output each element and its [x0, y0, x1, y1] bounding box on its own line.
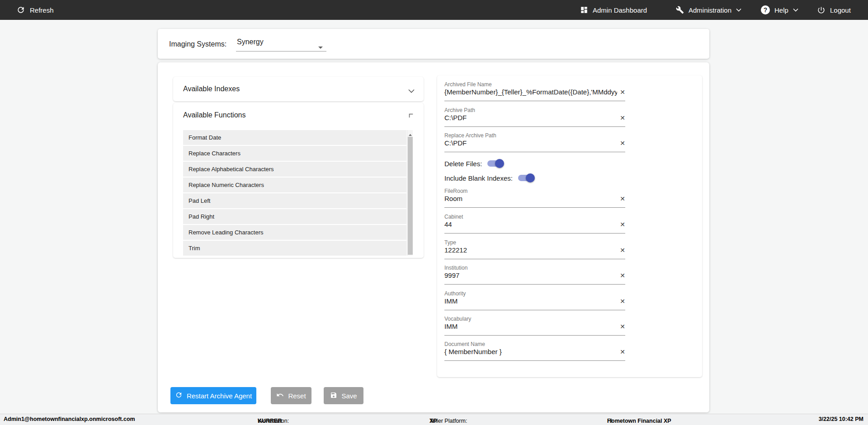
imaging-systems-card: Imaging Systems: Synergy	[158, 29, 709, 59]
help-icon: ?	[761, 5, 770, 14]
delete-files-label: Delete Files:	[444, 160, 482, 168]
field-label: FileRoom	[444, 187, 625, 194]
reset-label: Reset	[288, 392, 306, 400]
status-timestamp: 3/22/25 10:42 PM	[819, 416, 863, 422]
restart-archive-agent-label: Restart Archive Agent	[187, 392, 252, 400]
document-name-input[interactable]: { MemberNumber }	[444, 348, 617, 355]
clear-icon[interactable]: ✕	[617, 323, 625, 330]
refresh-label: Refresh	[30, 6, 54, 14]
power-icon	[817, 6, 826, 14]
field-label: Institution	[444, 264, 625, 271]
function-item[interactable]: Format Date	[183, 130, 406, 145]
fi-value: Hometown Financial XP	[607, 418, 671, 424]
functions-scrollbar[interactable]	[407, 130, 413, 256]
refresh-icon	[175, 391, 183, 400]
refresh-button[interactable]: Refresh	[16, 0, 54, 20]
imaging-system-select[interactable]: Synergy	[236, 35, 326, 51]
function-item[interactable]: Remove Leading Characters	[183, 225, 406, 240]
field-institution: Institution 9997 ✕	[444, 264, 625, 285]
vocabulary-input[interactable]: IMM	[444, 322, 617, 330]
function-item[interactable]: Replace Characters	[183, 146, 406, 161]
field-authority: Authority IMM ✕	[444, 290, 625, 310]
administration-menu[interactable]: Administration	[676, 0, 741, 20]
field-vocabulary: Vocabulary IMM ✕	[444, 315, 625, 336]
institution-input[interactable]: 9997	[444, 271, 617, 279]
corner-resize-icon[interactable]	[408, 112, 414, 120]
available-functions-header: Available Functions	[183, 111, 245, 119]
save-label: Save	[341, 392, 357, 400]
field-archive-path: Archive Path C:\PDF ✕	[444, 106, 625, 127]
top-navigation-bar: Refresh Admin Dashboard Administration ?…	[0, 0, 868, 20]
admin-dashboard-label: Admin Dashboard	[593, 6, 647, 14]
function-item[interactable]: Pad Left	[183, 193, 406, 208]
save-button[interactable]: Save	[324, 387, 363, 404]
replace-archive-path-input[interactable]: C:\PDF	[444, 139, 617, 147]
status-user: Admin1@hometownfinancialxp.onmicrosoft.c…	[4, 416, 135, 422]
archive-path-input[interactable]: C:\PDF	[444, 114, 617, 121]
available-indexes-panel[interactable]: Available Indexes	[173, 77, 424, 101]
teller-platform-value: XP	[429, 418, 437, 424]
include-blank-indexes-label: Include Blank Indexes:	[444, 174, 513, 182]
clear-icon[interactable]: ✕	[617, 247, 625, 254]
field-label: Type	[444, 238, 625, 246]
toggle-knob	[495, 159, 504, 168]
app-window: Refresh Admin Dashboard Administration ?…	[0, 0, 868, 425]
function-item[interactable]: Trim	[183, 241, 406, 256]
help-label: Help	[774, 6, 788, 14]
chevron-down-icon	[793, 8, 798, 12]
clear-icon[interactable]: ✕	[617, 221, 625, 228]
delete-files-toggle[interactable]	[487, 160, 503, 167]
help-menu[interactable]: ? Help	[761, 0, 798, 20]
status-bar: Admin1@hometownfinancialxp.onmicrosoft.c…	[0, 414, 868, 425]
field-archived-file-name: Archived File Name {MemberNumber}_{Telle…	[444, 80, 625, 101]
field-label: Vocabulary	[444, 315, 625, 322]
clear-icon[interactable]: ✕	[617, 114, 625, 121]
field-label: Cabinet	[444, 213, 625, 220]
field-label: Document Name	[444, 340, 625, 347]
chevron-down-icon	[736, 8, 741, 12]
authority-input[interactable]: IMM	[444, 297, 617, 305]
clear-icon[interactable]: ✕	[617, 348, 625, 355]
restart-archive-agent-button[interactable]: Restart Archive Agent	[170, 387, 256, 404]
admin-dashboard-button[interactable]: Admin Dashboard	[580, 0, 647, 20]
field-label: Archived File Name	[444, 80, 625, 88]
archived-file-name-input[interactable]: {MemberNumber}_{Teller}_%FormatDate({Dat…	[444, 88, 617, 96]
type-input[interactable]: 122212	[444, 246, 617, 254]
clear-icon[interactable]: ✕	[617, 195, 625, 202]
scrollbar-thumb[interactable]	[408, 137, 413, 255]
include-blank-indexes-toggle[interactable]	[518, 175, 533, 181]
logout-button[interactable]: Logout	[817, 0, 851, 20]
save-icon	[330, 392, 337, 400]
function-item[interactable]: Replace Alphabetical Characters	[183, 162, 406, 177]
function-item[interactable]: Pad Right	[183, 209, 406, 224]
function-item[interactable]: Replace Numeric Characters	[183, 177, 406, 192]
chevron-down-icon	[408, 87, 415, 95]
main-content-card: Available Indexes Available Functions Fo…	[158, 62, 709, 412]
fileroom-input[interactable]: Room	[444, 195, 617, 202]
field-type: Type 122212 ✕	[444, 238, 625, 259]
include-blank-indexes-toggle-row: Include Blank Indexes:	[444, 173, 533, 183]
logout-label: Logout	[830, 6, 851, 14]
cabinet-input[interactable]: 44	[444, 220, 617, 228]
imaging-systems-label: Imaging Systems:	[169, 40, 226, 48]
scroll-up-button[interactable]	[408, 131, 412, 135]
clear-icon[interactable]: ✕	[617, 298, 625, 305]
administration-label: Administration	[689, 6, 731, 14]
clear-icon[interactable]: ✕	[617, 89, 625, 96]
functions-list: Format Date Replace Characters Replace A…	[183, 130, 413, 256]
field-document-name: Document Name { MemberNumber } ✕	[444, 340, 625, 361]
dropdown-caret-icon	[318, 42, 323, 51]
clear-icon[interactable]: ✕	[617, 272, 625, 279]
dashboard-icon	[580, 6, 588, 14]
archive-settings-panel: Archived File Name {MemberNumber}_{Telle…	[437, 75, 702, 377]
available-functions-panel: Available Functions Format Date Replace …	[173, 103, 424, 258]
imaging-system-selected-value: Synergy	[237, 38, 264, 46]
field-label: Authority	[444, 290, 625, 297]
workstation-value: KURRER	[258, 418, 282, 424]
field-cabinet: Cabinet 44 ✕	[444, 213, 625, 234]
field-fileroom: FileRoom Room ✕	[444, 187, 625, 208]
wrench-icon	[676, 6, 684, 14]
clear-icon[interactable]: ✕	[617, 140, 625, 147]
toggle-knob	[526, 173, 535, 182]
reset-button[interactable]: Reset	[271, 387, 311, 404]
